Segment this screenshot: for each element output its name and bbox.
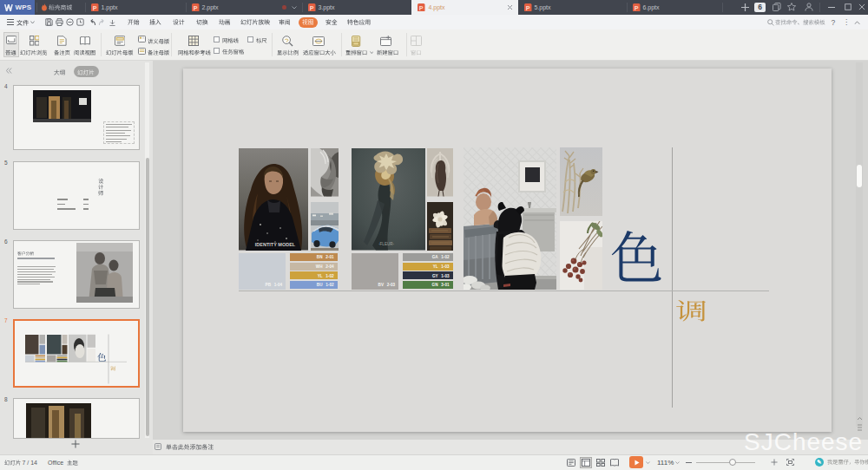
svg-text:P: P [526,3,530,11]
svg-text:IDENTITY MODEL: IDENTITY MODEL [255,242,296,247]
svg-text:P: P [310,3,314,11]
svg-text:-FLEUR-: -FLEUR- [378,242,394,246]
svg-text:P: P [194,3,198,11]
svg-text:P: P [635,3,639,11]
svg-text:P: P [419,3,424,11]
svg-text:P: P [93,3,97,11]
